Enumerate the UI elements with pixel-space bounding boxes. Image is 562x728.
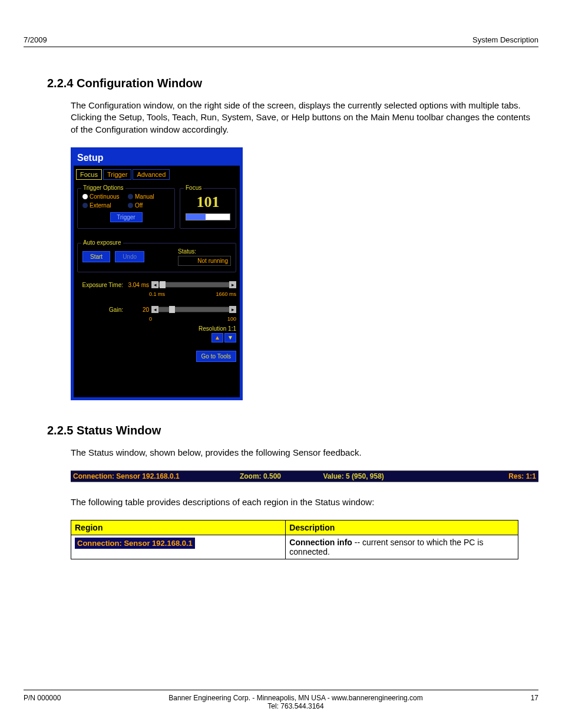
page-header: 7/2009 System Description	[24, 35, 538, 47]
section-body-config: The Configuration window, on the right s…	[71, 100, 538, 136]
radio-dot-icon	[128, 203, 133, 208]
desc-bold: Connection info	[289, 538, 352, 547]
page-footer: P/N 000000 Banner Engineering Corp. - Mi…	[24, 690, 538, 710]
radio-dot-icon	[82, 194, 88, 199]
tab-trigger[interactable]: Trigger	[103, 169, 131, 180]
gain-slider[interactable]: ◂ ▸	[151, 304, 236, 316]
trigger-options-legend: Trigger Options	[81, 185, 125, 191]
trigger-button[interactable]: Trigger	[110, 212, 143, 222]
undo-button[interactable]: Undo	[115, 251, 144, 262]
desc-cell: Connection info -- current sensor to whi…	[286, 535, 518, 559]
resolution-label: Resolution 1:1	[199, 325, 236, 332]
radio-manual[interactable]: Manual	[128, 193, 170, 200]
trigger-options-group: Trigger Options Continuous Manual Ext	[77, 188, 175, 229]
section-heading-status: 2.2.5 Status Window	[47, 424, 538, 437]
slider-thumb-icon[interactable]	[169, 306, 175, 313]
radio-label: Manual	[135, 193, 154, 200]
status-bar: Connection: Sensor 192.168.0.1 Zoom: 0.5…	[71, 470, 538, 482]
exposure-value: 3.04 ms	[125, 282, 149, 288]
section-body-status: The Status window, shown below, provides…	[71, 447, 538, 459]
setup-title: Setup	[74, 150, 240, 166]
radio-continuous[interactable]: Continuous	[82, 193, 124, 200]
gain-min: 0	[149, 316, 152, 322]
start-button[interactable]: Start	[82, 251, 110, 262]
auto-exposure-legend: Auto exposure	[81, 239, 123, 246]
slider-left-icon[interactable]: ◂	[151, 281, 158, 288]
th-description: Description	[286, 521, 518, 535]
resolution-spinner[interactable]: ▲ ▼	[211, 333, 236, 342]
exposure-row: Exposure Time: 3.04 ms ◂ ▸	[77, 279, 236, 291]
tab-focus[interactable]: Focus	[76, 169, 102, 180]
radio-dot-icon	[128, 194, 133, 199]
statusbar-res: Res: 1:1	[462, 472, 536, 480]
slider-thumb-icon[interactable]	[160, 281, 166, 288]
chevron-up-icon[interactable]: ▲	[211, 333, 223, 342]
region-table: Region Description Connection: Sensor 19…	[71, 520, 518, 559]
statusbar-zoom: Zoom: 0.500	[240, 472, 323, 480]
tab-row: Focus Trigger Advanced	[74, 166, 240, 186]
slider-right-icon[interactable]: ▸	[229, 281, 236, 288]
footer-left: P/N 000000	[24, 694, 61, 702]
exposure-max: 1660 ms	[216, 291, 236, 297]
th-region: Region	[71, 521, 286, 535]
statusbar-value: Value: 5 (950, 958)	[323, 472, 462, 480]
tab-advanced[interactable]: Advanced	[133, 169, 170, 180]
radio-off[interactable]: Off	[128, 202, 170, 209]
header-date: 7/2009	[24, 35, 47, 44]
focus-progress-fill	[186, 214, 206, 220]
radio-label: Off	[135, 202, 143, 209]
slider-right-icon[interactable]: ▸	[229, 306, 236, 313]
gain-row: Gain: 20 ◂ ▸	[77, 304, 236, 316]
radio-dot-icon	[82, 203, 88, 208]
slider-left-icon[interactable]: ◂	[151, 306, 158, 313]
go-to-tools-button[interactable]: Go to Tools	[196, 351, 236, 362]
region-pill-connection: Connection: Sensor 192.168.0.1	[75, 538, 195, 549]
footer-center-line2: Tel: 763.544.3164	[61, 702, 530, 710]
radio-external[interactable]: External	[82, 202, 124, 209]
table-intro: The following table provides description…	[71, 496, 538, 508]
status-label: Status:	[178, 248, 231, 255]
header-section: System Description	[472, 35, 538, 44]
gain-max: 100	[227, 316, 236, 322]
resolution-row: Resolution 1:1 ▲ ▼	[77, 325, 236, 342]
exposure-label: Exposure Time:	[77, 282, 123, 288]
radio-label: External	[90, 202, 111, 209]
auto-exposure-group: Auto exposure Start Undo Status: Not run…	[77, 243, 236, 272]
exposure-min: 0.1 ms	[149, 291, 165, 297]
focus-value: 101	[185, 193, 231, 211]
footer-center-line1: Banner Engineering Corp. - Minneapolis, …	[61, 694, 530, 702]
gain-value: 20	[125, 307, 149, 313]
section-heading-config: 2.2.4 Configuration Window	[47, 77, 538, 90]
setup-panel: Setup Focus Trigger Advanced Trigger Opt…	[71, 147, 243, 400]
focus-progress	[186, 213, 230, 220]
footer-page-number: 17	[531, 694, 538, 702]
table-row: Connection: Sensor 192.168.0.1 Connectio…	[71, 535, 518, 559]
statusbar-connection: Connection: Sensor 192.168.0.1	[73, 472, 240, 480]
focus-legend: Focus	[184, 185, 203, 191]
focus-group: Focus 101	[180, 188, 236, 229]
chevron-down-icon[interactable]: ▼	[224, 333, 236, 342]
status-value: Not running	[178, 256, 231, 266]
gain-label: Gain:	[77, 307, 123, 313]
radio-label: Continuous	[90, 193, 120, 200]
exposure-slider[interactable]: ◂ ▸	[151, 279, 236, 291]
